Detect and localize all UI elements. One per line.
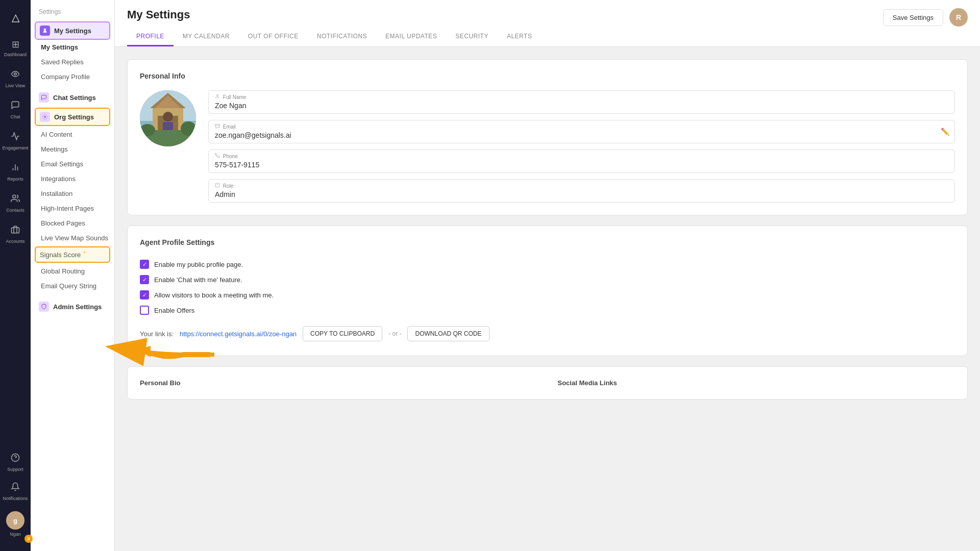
user-name-label: Ngan xyxy=(10,532,21,537)
social-media-col: Social Media Links xyxy=(558,379,955,387)
chat-with-me-checkbox[interactable]: ✓ xyxy=(140,275,149,284)
notification-badge: 3 xyxy=(24,535,33,543)
contact-details-card: Personal Bio Social Media Links xyxy=(127,366,968,399)
sidebar-item-notifications[interactable]: Notifications xyxy=(0,478,31,505)
email-settings-item[interactable]: Email Settings xyxy=(31,157,114,171)
public-profile-checkbox[interactable]: ✓ xyxy=(140,260,149,269)
check-icon-2: ✓ xyxy=(142,277,147,283)
sidebar-item-engagement[interactable]: Engagement xyxy=(0,128,31,155)
profile-photo[interactable] xyxy=(140,90,196,146)
agent-profile-card: Agent Profile Settings ✓ Enable my publi… xyxy=(127,226,968,356)
settings-sidebar: Settings My Settings My Settings Saved R… xyxy=(31,0,115,551)
sidebar-item-reports[interactable]: Reports xyxy=(0,159,31,186)
svg-rect-19 xyxy=(163,122,173,131)
saved-replies-item[interactable]: Saved Replies xyxy=(31,55,114,69)
tab-alerts[interactable]: ALERTS xyxy=(498,28,541,46)
live-view-map-sounds-item[interactable]: Live View Map Sounds xyxy=(31,231,114,245)
dashboard-label: Dashboard xyxy=(4,52,27,57)
org-settings-label: Org Settings xyxy=(54,113,94,121)
enable-offers-checkbox[interactable] xyxy=(140,306,149,315)
book-meeting-checkbox[interactable]: ✓ xyxy=(140,290,149,299)
high-intent-pages-item[interactable]: High-Intent Pages xyxy=(31,201,114,216)
admin-settings-icon xyxy=(39,302,49,312)
sidebar-item-contacts[interactable]: Contacts xyxy=(0,190,31,217)
nav-bottom: Support Notifications g 3 Ngan xyxy=(0,449,31,543)
email-input[interactable] xyxy=(215,131,875,139)
sidebar-item-accounts[interactable]: Accounts xyxy=(0,221,31,248)
tab-email-updates[interactable]: EMAIL UPDATES xyxy=(376,28,446,46)
signals-score-item[interactable]: Signals Score + xyxy=(35,246,110,263)
role-field: Role xyxy=(208,179,955,203)
full-name-field[interactable]: Full Name xyxy=(208,90,955,114)
form-fields: Full Name Email ✏️ xyxy=(208,90,955,203)
copy-clipboard-button[interactable]: COPY TO CLIPBOARD xyxy=(303,326,382,341)
svg-point-23 xyxy=(216,94,218,96)
agent-profile-card-body: Agent Profile Settings ✓ Enable my publi… xyxy=(128,226,967,356)
chat-settings-section-header[interactable]: Chat Settings xyxy=(31,88,114,107)
sidebar-item-chat[interactable]: Chat xyxy=(0,96,31,123)
my-settings-item[interactable]: My Settings xyxy=(31,40,114,55)
org-settings-section-header[interactable]: Org Settings xyxy=(35,108,110,126)
user-avatar-nav-item[interactable]: g 3 Ngan xyxy=(0,507,31,541)
global-routing-item[interactable]: Global Routing xyxy=(31,264,114,279)
org-settings-icon xyxy=(40,112,50,122)
sidebar-item-live-view[interactable]: Live View xyxy=(0,65,31,92)
check-icon: ✓ xyxy=(142,261,147,268)
email-edit-icon[interactable]: ✏️ xyxy=(941,128,949,136)
book-meeting-row: ✓ Allow visitors to book a meeting with … xyxy=(140,287,955,303)
book-meeting-label: Allow visitors to book a meeting with me… xyxy=(154,291,274,299)
main-header-right: Save Settings R xyxy=(883,8,968,35)
profile-link[interactable]: https://connect.getsignals.ai/0/zoe-ngan xyxy=(180,330,297,338)
main-header-left: My Settings PROFILE MY CALENDAR OUT OF O… xyxy=(127,8,541,46)
my-settings-section-header[interactable]: My Settings xyxy=(35,21,110,40)
personal-bio-col: Personal Bio xyxy=(140,379,537,387)
app-logo[interactable]: △ xyxy=(6,8,24,27)
admin-settings-section-header[interactable]: Admin Settings xyxy=(31,297,114,316)
integrations-item[interactable]: Integrations xyxy=(31,171,114,186)
phone-input[interactable] xyxy=(215,161,948,169)
user-avatar: g xyxy=(6,511,24,530)
svg-rect-24 xyxy=(215,183,219,187)
company-profile-item[interactable]: Company Profile xyxy=(31,69,114,84)
tab-profile[interactable]: PROFILE xyxy=(127,28,174,46)
email-query-string-item[interactable]: Email Query String xyxy=(31,279,114,293)
blocked-pages-item[interactable]: Blocked Pages xyxy=(31,216,114,231)
ai-content-item[interactable]: AI Content xyxy=(31,127,114,142)
enable-offers-label: Enable Offers xyxy=(154,307,194,314)
tabs: PROFILE MY CALENDAR OUT OF OFFICE NOTIFI… xyxy=(127,28,541,46)
tab-out-of-office[interactable]: OUT OF OFFICE xyxy=(239,28,308,46)
contact-details-card-body: Personal Bio Social Media Links xyxy=(128,367,967,399)
personal-info-card: Personal Info xyxy=(127,59,968,215)
check-icon-3: ✓ xyxy=(142,292,147,298)
personal-info-row: Full Name Email ✏️ xyxy=(140,90,955,203)
email-field[interactable]: Email ✏️ xyxy=(208,120,955,143)
main-content: My Settings PROFILE MY CALENDAR OUT OF O… xyxy=(115,0,980,551)
personal-info-title: Personal Info xyxy=(140,72,955,80)
svg-point-9 xyxy=(44,116,46,118)
meetings-item[interactable]: Meetings xyxy=(31,142,114,157)
header-user-avatar: R xyxy=(949,8,968,27)
role-input xyxy=(215,190,948,198)
live-view-label: Live View xyxy=(6,83,25,88)
chat-settings-icon xyxy=(39,92,49,103)
accounts-label: Accounts xyxy=(6,239,24,244)
dashboard-icon: ⊞ xyxy=(12,39,19,50)
reports-icon xyxy=(11,163,20,174)
public-profile-label: Enable my public profile page. xyxy=(154,261,243,268)
full-name-input[interactable] xyxy=(215,102,948,110)
download-qr-button[interactable]: DOWNLOAD QR CODE xyxy=(407,326,489,341)
phone-field[interactable]: Phone xyxy=(208,149,955,173)
tab-security[interactable]: SECURITY xyxy=(446,28,498,46)
engagement-label: Engagement xyxy=(2,145,28,151)
installation-item[interactable]: Installation xyxy=(31,186,114,201)
tab-my-calendar[interactable]: MY CALENDAR xyxy=(174,28,239,46)
link-prefix: Your link is: xyxy=(140,330,174,338)
public-profile-row: ✓ Enable my public profile page. xyxy=(140,257,955,272)
save-settings-button[interactable]: Save Settings xyxy=(883,9,943,26)
svg-point-22 xyxy=(181,121,196,136)
phone-label: Phone xyxy=(215,153,948,159)
sidebar-item-support[interactable]: Support xyxy=(0,449,31,476)
sidebar-item-dashboard[interactable]: ⊞ Dashboard xyxy=(0,35,31,61)
icon-nav: △ ⊞ Dashboard Live View Chat Engagement … xyxy=(0,0,31,551)
tab-notifications[interactable]: NOTIFICATIONS xyxy=(308,28,376,46)
